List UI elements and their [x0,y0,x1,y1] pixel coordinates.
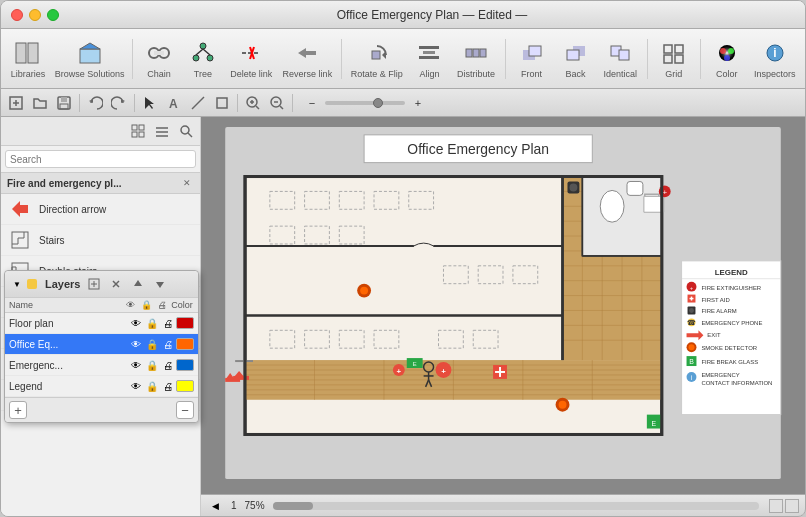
svg-marker-3 [80,43,100,49]
svg-rect-22 [480,49,486,57]
scrollbar-thumb[interactable] [273,502,313,510]
svg-rect-1 [28,43,38,63]
zoom-plus[interactable]: + [407,92,429,114]
toolbar-delete-link[interactable]: Delete link [227,35,276,83]
svg-rect-6 [154,51,164,55]
layers-new-btn[interactable] [84,275,104,293]
front-label: Front [521,69,542,79]
layers-delete-btn[interactable] [106,275,126,293]
layer-color-swatch[interactable] [176,317,194,329]
close-button[interactable] [11,9,23,21]
panel-search-btn[interactable] [175,120,197,142]
canvas-scroll[interactable]: Office Emergency Plan [201,117,805,494]
svg-text:CONTACT INFORMATION: CONTACT INFORMATION [701,380,772,386]
toolbar-libraries[interactable]: Libraries [7,35,49,83]
layer-lock-toggle[interactable]: 🔒 [144,336,160,352]
layer-color-swatch[interactable] [176,359,194,371]
inspectors-label: Inspectors [754,69,796,79]
layer-visibility-toggle[interactable]: 👁 [128,315,144,331]
pointer-btn[interactable] [139,92,161,114]
svg-marker-15 [382,51,386,59]
libraries-icon [14,39,42,67]
layer-print-toggle[interactable]: 🖨 [160,336,176,352]
corner-btn1[interactable] [769,499,783,513]
zoom-slider[interactable] [325,101,405,105]
library-close-btn[interactable]: ✕ [180,176,194,190]
layers-footer: + − [5,397,198,422]
toolbar-color[interactable]: Color [707,35,747,83]
layer-print-toggle[interactable]: 🖨 [160,315,176,331]
toolbar-inspectors[interactable]: i Inspectors [751,35,799,83]
toolbar-tree[interactable]: Tree [183,35,223,83]
toolbar-grid[interactable]: Grid [654,35,694,83]
layer-row-emergency[interactable]: Emergenc... 👁 🔒 🖨 [5,355,198,376]
tree-label: Tree [194,69,212,79]
search-input[interactable] [5,150,196,168]
tb2-sep1 [79,94,80,112]
layer-lock-toggle[interactable]: 🔒 [144,315,160,331]
add-layer-btn[interactable]: + [9,401,27,419]
list-item[interactable]: Stairs [1,225,200,256]
panel-grid-view[interactable] [127,120,149,142]
line-btn[interactable] [187,92,209,114]
toolbar-rotate-flip[interactable]: Rotate & Flip [348,35,406,83]
layer-color-swatch[interactable] [176,380,194,392]
layer-color-swatch[interactable] [176,338,194,350]
toolbar-identical[interactable]: Identical [600,35,641,83]
remove-layer-btn[interactable]: − [176,401,194,419]
new-btn[interactable] [5,92,27,114]
layer-visibility-toggle[interactable]: 👁 [128,357,144,373]
svg-marker-219 [156,282,164,288]
open-btn[interactable] [29,92,51,114]
layer-visibility-toggle[interactable]: 👁 [128,378,144,394]
align-icon [415,39,443,67]
layer-visibility-toggle[interactable]: 👁 [128,336,144,352]
minimize-button[interactable] [29,9,41,21]
corner-btn2[interactable] [785,499,799,513]
maximize-button[interactable] [47,9,59,21]
layer-lock-toggle[interactable]: 🔒 [144,378,160,394]
layers-move-down-btn[interactable] [150,275,170,293]
layers-toggle-btn[interactable]: ▼ [11,278,23,290]
svg-line-11 [203,49,210,55]
back-label: Back [566,69,586,79]
layer-lock-toggle[interactable]: 🔒 [144,357,160,373]
layers-title: Layers [45,278,80,290]
delete-link-icon [237,39,265,67]
main-toolbar: Libraries Browse Solutions Chain Tree D [1,29,805,89]
toolbar-back[interactable]: Back [556,35,596,83]
svg-point-37 [724,55,730,61]
col-lock-header: 🔒 [138,300,154,310]
toolbar-reverse-link[interactable]: Reverse link [280,35,335,83]
sep2 [341,39,342,79]
save-btn[interactable] [53,92,75,114]
prev-page-btn[interactable]: ◀ [207,498,223,514]
toolbar-align[interactable]: Align [409,35,449,83]
main-window: Office Emergency Plan — Edited — Librari… [0,0,806,517]
horizontal-scrollbar[interactable] [273,502,759,510]
color-icon [713,39,741,67]
layer-print-toggle[interactable]: 🖨 [160,378,176,394]
undo-btn[interactable] [84,92,106,114]
layer-row-office-eq[interactable]: Office Eq... 👁 🔒 🖨 [5,334,198,355]
layers-move-up-btn[interactable] [128,275,148,293]
align-label: Align [419,69,439,79]
toolbar-distribute[interactable]: Distribute [453,35,498,83]
toolbar-browse[interactable]: Browse Solutions [53,35,126,83]
toolbar-front[interactable]: Front [512,35,552,83]
list-item[interactable]: Direction arrow [1,194,200,225]
zoom-in-btn[interactable] [242,92,264,114]
shape-btn[interactable] [211,92,233,114]
zoom-minus[interactable]: − [301,92,323,114]
layer-print-toggle[interactable]: 🖨 [160,357,176,373]
canvas-bottom: ◀ 1 75% [201,494,805,516]
zoom-out-btn[interactable] [266,92,288,114]
layer-row-floor-plan[interactable]: Floor plan 👁 🔒 🖨 [5,313,198,334]
layer-row-legend[interactable]: Legend 👁 🔒 🖨 [5,376,198,397]
toolbar-chain[interactable]: Chain [139,35,179,83]
redo-btn[interactable] [108,92,130,114]
svg-point-7 [200,43,206,49]
text-btn[interactable]: A [163,92,185,114]
zoom-percent[interactable]: 75% [245,500,265,511]
panel-list-view[interactable] [151,120,173,142]
